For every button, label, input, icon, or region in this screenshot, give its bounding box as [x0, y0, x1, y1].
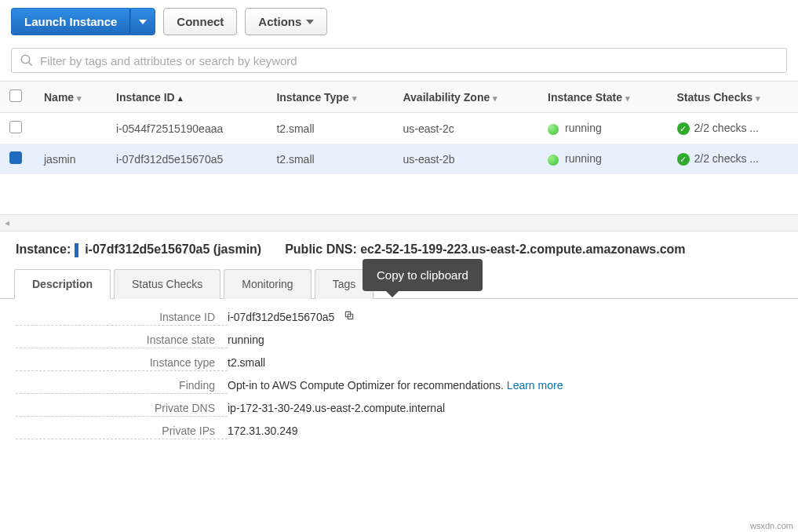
- caret-down-icon: [306, 20, 314, 24]
- actions-label: Actions: [258, 15, 301, 28]
- col-instance-id[interactable]: Instance ID▴: [107, 82, 267, 113]
- launch-instance-dropdown[interactable]: [130, 8, 155, 35]
- cell-instance-id: i-07df312d5e15670a5: [107, 144, 267, 174]
- search-input[interactable]: [40, 54, 778, 67]
- tooltip: Copy to clipboard: [363, 259, 483, 291]
- cell-instance-type: t2.small: [267, 144, 393, 174]
- label-private-ips: Private IPs: [16, 425, 228, 439]
- cell-status: ✓2/2 checks ...: [668, 144, 798, 174]
- cell-az: us-east-2c: [393, 113, 538, 144]
- actions-button[interactable]: Actions: [245, 8, 327, 35]
- connect-button[interactable]: Connect: [163, 8, 237, 35]
- cell-state: running: [538, 144, 667, 174]
- pane-resize-handle[interactable]: ◂: [0, 214, 798, 231]
- col-state[interactable]: Instance State▾: [538, 82, 667, 113]
- instance-label: Instance:: [16, 242, 71, 256]
- public-dns-value: ec2-52-15-199-223.us-east-2.compute.amaz…: [360, 242, 685, 256]
- col-instance-type[interactable]: Instance Type▾: [267, 82, 393, 113]
- col-name[interactable]: Name▾: [35, 82, 107, 113]
- value-instance-id: i-07df312d5e15670a5: [228, 311, 334, 323]
- label-instance-id: Instance ID: [16, 311, 228, 326]
- value-instance-type: t2.small: [228, 356, 782, 369]
- search-icon: [20, 53, 34, 67]
- tab-monitoring[interactable]: Monitoring: [224, 269, 311, 299]
- table-row[interactable]: jasmin i-07df312d5e15670a5 t2.small us-e…: [0, 144, 798, 174]
- cell-name: [35, 113, 107, 144]
- cell-instance-id: i-0544f72515190eaaa: [107, 113, 267, 144]
- cell-az: us-east-2b: [393, 144, 538, 174]
- selection-marker-icon: [75, 243, 78, 257]
- instance-value: i-07df312d5e15670a5 (jasmin): [85, 242, 261, 256]
- instances-table: Name▾ Instance ID▴ Instance Type▾ Availa…: [0, 81, 798, 174]
- tab-status-checks[interactable]: Status Checks: [114, 269, 220, 299]
- row-checkbox[interactable]: [9, 151, 22, 164]
- learn-more-link[interactable]: Learn more: [507, 379, 563, 392]
- value-instance-state: running: [228, 333, 782, 346]
- cell-instance-type: t2.small: [267, 113, 393, 144]
- col-status[interactable]: Status Checks▾: [668, 82, 798, 113]
- check-circle-icon: ✓: [677, 122, 690, 135]
- caret-down-icon: [139, 20, 147, 24]
- svg-line-1: [28, 62, 32, 66]
- value-finding: Opt-in to AWS Compute Optimizer for reco…: [228, 379, 507, 392]
- select-all-checkbox[interactable]: [9, 89, 22, 102]
- cell-status: ✓2/2 checks ...: [668, 113, 798, 144]
- label-instance-type: Instance type: [16, 356, 228, 371]
- label-finding: Finding: [16, 379, 228, 394]
- search-bar[interactable]: [11, 48, 787, 73]
- cell-name: jasmin: [35, 144, 107, 174]
- state-dot-icon: [548, 155, 559, 166]
- copy-icon[interactable]: [344, 310, 355, 321]
- value-private-ips: 172.31.30.249: [228, 425, 782, 437]
- svg-point-0: [21, 55, 30, 64]
- tab-description[interactable]: Description: [14, 269, 111, 299]
- col-az[interactable]: Availability Zone▾: [393, 82, 538, 113]
- label-instance-state: Instance state: [16, 333, 228, 348]
- cell-state: running: [538, 113, 667, 144]
- public-dns-label: Public DNS:: [285, 242, 357, 256]
- value-private-dns: ip-172-31-30-249.us-east-2.compute.inter…: [228, 402, 782, 414]
- launch-instance-button[interactable]: Launch Instance: [11, 8, 130, 35]
- check-circle-icon: ✓: [677, 153, 690, 166]
- label-private-dns: Private DNS: [16, 402, 228, 417]
- table-row[interactable]: i-0544f72515190eaaa t2.small us-east-2c …: [0, 113, 798, 144]
- row-checkbox[interactable]: [9, 121, 22, 133]
- state-dot-icon: [548, 124, 559, 135]
